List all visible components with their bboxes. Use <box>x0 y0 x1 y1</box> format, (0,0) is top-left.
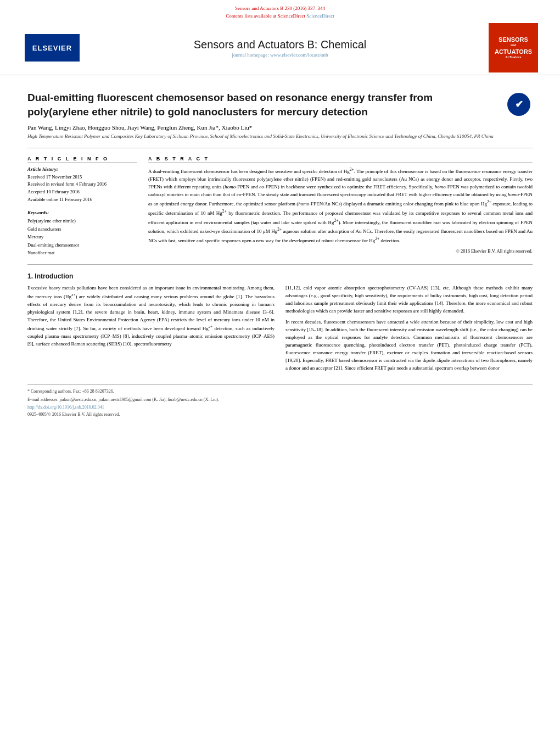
homepage-label: journal homepage: <box>232 52 269 58</box>
article-info-abstract-cols: A R T I C L E I N F O Article history: R… <box>27 156 533 257</box>
keyword-2: Gold nanoclusters <box>27 225 137 233</box>
sensors-badge-line4: AcTuators <box>505 55 521 60</box>
keyword-5: Nanofiber mat <box>27 249 137 256</box>
intro-number: 1. <box>27 272 33 280</box>
email-note: E-mail addresses: jiakun@uestc.edu.cn, j… <box>27 397 533 404</box>
elsevier-logo: ELSEVIER <box>25 34 80 62</box>
email-suffix: (K. Jia), <box>152 397 166 402</box>
doi-line: http://dx.doi.org/10.1016/j.snb.2016.02.… <box>27 404 533 411</box>
intro-para-3: In recent decades, fluorescent chemosens… <box>285 319 533 372</box>
journal-homepage: journal homepage: www.elsevier.com/locat… <box>82 52 478 58</box>
history-label: Article history: <box>27 166 137 172</box>
email3-link[interactable]: liuxb@uestc.edu.cn <box>167 397 202 402</box>
introduction-section: 1. Introduction Excessive heavy metals p… <box>27 272 533 375</box>
intro-title: Introduction <box>35 272 73 280</box>
intro-para-2: [11,12], cold vapor atomic absorption sp… <box>285 284 533 315</box>
header-top-bar: Contents lists available at ScienceDirec… <box>22 13 538 19</box>
sensors-badge-container: SENSORS and ACTUATORS AcTuators <box>478 23 538 72</box>
keywords-heading: Keywords: <box>27 210 137 215</box>
section-divider-top <box>27 148 533 148</box>
keyword-1: Poly(arylene ether nitrile) <box>27 217 137 225</box>
intro-heading: 1. Introduction <box>27 272 533 280</box>
email-label: E-mail addresses: <box>27 397 59 402</box>
page-wrapper: Sensors and Actuators B 230 (2016) 337–3… <box>0 0 560 742</box>
corresponding-note: * Corresponding authors. Fax: +86 28 832… <box>27 388 533 395</box>
sensors-badge-line2: and <box>511 43 517 48</box>
abstract-text: A dual-emitting fluorescent chemosensor … <box>148 166 533 245</box>
accepted-date: Accepted 10 February 2016 <box>27 188 137 196</box>
authors-text: Pan Wang, Lingyi Zhao, Hongguo Shou, Jia… <box>27 124 252 131</box>
citation-text: Sensors and Actuators B 230 (2016) 337–3… <box>235 5 325 11</box>
intro-col-right: [11,12], cold vapor atomic absorption sp… <box>285 284 533 375</box>
article-footer: * Corresponding authors. Fax: +86 28 832… <box>27 384 533 419</box>
intro-col-left: Excessive heavy metals pollutions have b… <box>27 284 275 375</box>
crossmark-badge[interactable]: ✔ <box>505 91 533 118</box>
revised-date: Received in revised form 4 February 2016 <box>27 181 137 188</box>
header-center: Sensors and Actuators B: Chemical journa… <box>82 38 478 58</box>
article-info-col: A R T I C L E I N F O Article history: R… <box>27 156 137 257</box>
header-main: ELSEVIER Sensors and Actuators B: Chemic… <box>22 21 538 75</box>
keywords-block: Keywords: Poly(arylene ether nitrile) Go… <box>27 210 137 256</box>
keyword-4: Dual-emitting chemosensor <box>27 241 137 249</box>
intro-para-1: Excessive heavy metals pollutions have b… <box>27 284 275 348</box>
affiliation-line: High Temperature Resistant Polymer and C… <box>27 133 533 140</box>
email2-link[interactable]: jiakun.uestc1985@gmail.com <box>99 397 152 402</box>
keyword-3: Mercury <box>27 233 137 241</box>
issn-line: 0925-4005/© 2016 Elsevier B.V. All right… <box>27 411 533 419</box>
copyright-line: © 2016 Elsevier B.V. All rights reserved… <box>148 248 533 254</box>
header-citation: Sensors and Actuators B 230 (2016) 337–3… <box>22 4 538 13</box>
article-title-section: Dual-emitting fluorescent chemosensor ba… <box>27 91 533 119</box>
elsevier-logo-container: ELSEVIER <box>22 34 82 62</box>
article-body: Dual-emitting fluorescent chemosensor ba… <box>0 75 560 429</box>
article-history-block: Article history: Received 17 November 20… <box>27 166 137 203</box>
abstract-heading: A B S T R A C T <box>148 156 533 163</box>
elsevier-label: ELSEVIER <box>32 44 72 52</box>
intro-body-cols: Excessive heavy metals pollutions have b… <box>27 284 533 375</box>
sciencedirect-link[interactable]: ScienceDirect <box>306 13 334 19</box>
article-info-heading: A R T I C L E I N F O <box>27 156 137 163</box>
crossmark-icon: ✔ <box>507 93 530 116</box>
journal-title: Sensors and Actuators B: Chemical <box>82 38 478 51</box>
sensors-badge: SENSORS and ACTUATORS AcTuators <box>489 23 538 72</box>
sensors-badge-line1: SENSORS <box>499 36 528 43</box>
homepage-url[interactable]: www.elsevier.com/locate/snb <box>270 52 328 58</box>
email-suffix2: (X. Liu). <box>204 397 219 402</box>
section-divider-mid <box>27 264 533 265</box>
abstract-col: A B S T R A C T A dual-emitting fluoresc… <box>148 156 533 257</box>
sensors-badge-line3: ACTUATORS <box>495 48 532 55</box>
sciencedirect-text: Contents lists available at ScienceDirec… <box>226 13 305 19</box>
journal-header: Sensors and Actuators B 230 (2016) 337–3… <box>0 0 560 75</box>
corresponding-text: * Corresponding authors. Fax: +86 28 832… <box>27 389 114 394</box>
received-date: Received 17 November 2015 <box>27 174 137 181</box>
authors-line: Pan Wang, Lingyi Zhao, Hongguo Shou, Jia… <box>27 124 533 131</box>
article-title: Dual-emitting fluorescent chemosensor ba… <box>27 91 483 119</box>
available-date: Available online 11 February 2016 <box>27 196 137 204</box>
email1-link[interactable]: jiakun@uestc.edu.cn <box>60 397 97 402</box>
doi-link[interactable]: http://dx.doi.org/10.1016/j.snb.2016.02.… <box>27 405 104 410</box>
